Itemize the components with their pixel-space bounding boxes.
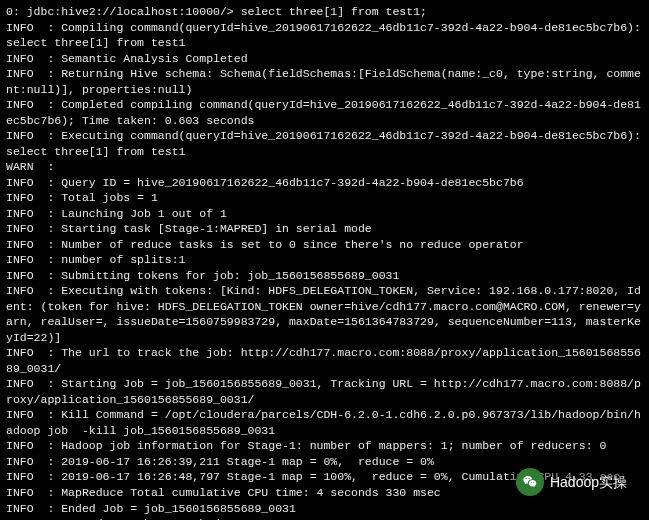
log-line-21: INFO : Ended Job = job_1560156855689_003…: [6, 501, 643, 517]
log-line-0: INFO : Compiling command(queryId=hive_20…: [6, 20, 643, 51]
log-line-10: INFO : Number of reduce tasks is set to …: [6, 237, 643, 253]
log-line-9: INFO : Starting task [Stage-1:MAPRED] in…: [6, 221, 643, 237]
log-line-14: INFO : The url to track the job: http://…: [6, 345, 643, 376]
log-line-1: INFO : Semantic Analysis Completed: [6, 51, 643, 67]
log-line-13: INFO : Executing with tokens: [Kind: HDF…: [6, 283, 643, 345]
log-line-22: INFO : MapReduce Jobs Launched:: [6, 516, 643, 520]
log-line-4: INFO : Executing command(queryId=hive_20…: [6, 128, 643, 159]
wechat-logo-icon: [516, 468, 544, 496]
watermark-text: Hadoop实操: [550, 473, 627, 492]
log-line-15: INFO : Starting Job = job_1560156855689_…: [6, 376, 643, 407]
log-line-16: INFO : Kill Command = /opt/cloudera/parc…: [6, 407, 643, 438]
log-line-2: INFO : Returning Hive schema: Schema(fie…: [6, 66, 643, 97]
log-line-12: INFO : Submitting tokens for job: job_15…: [6, 268, 643, 284]
watermark: Hadoop实操: [512, 466, 631, 498]
log-line-17: INFO : Hadoop job information for Stage-…: [6, 438, 643, 454]
log-line-8: INFO : Launching Job 1 out of 1: [6, 206, 643, 222]
log-line-3: INFO : Completed compiling command(query…: [6, 97, 643, 128]
log-line-6: INFO : Query ID = hive_20190617162622_46…: [6, 175, 643, 191]
log-line-11: INFO : number of splits:1: [6, 252, 643, 268]
prompt-line: 0: jdbc:hive2://localhost:10000/> select…: [6, 4, 643, 20]
log-line-7: INFO : Total jobs = 1: [6, 190, 643, 206]
log-line-5: WARN :: [6, 159, 643, 175]
terminal-output: 0: jdbc:hive2://localhost:10000/> select…: [6, 4, 643, 520]
